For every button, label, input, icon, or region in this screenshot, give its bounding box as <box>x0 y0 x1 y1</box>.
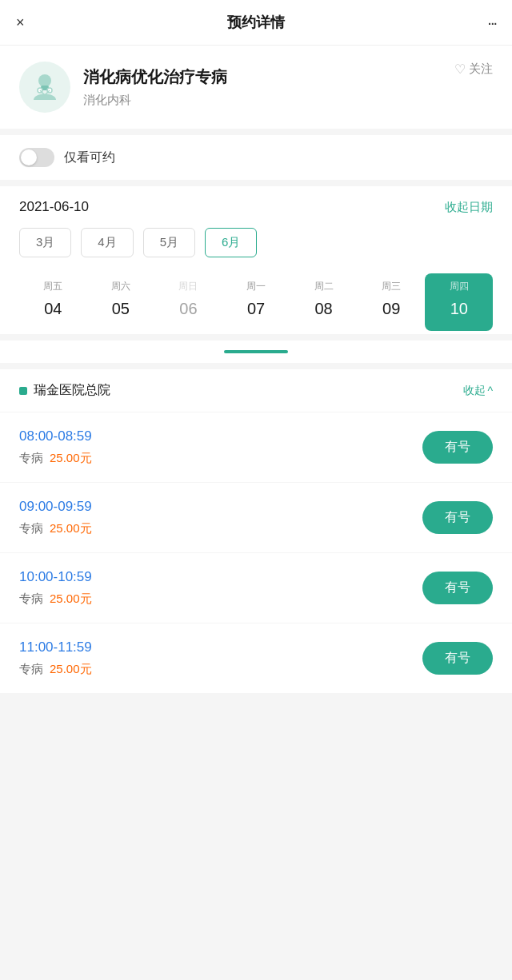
hospital-name: 瑞金医院总院 <box>34 382 110 399</box>
close-icon[interactable]: × <box>16 14 40 31</box>
slot-time-3: 10:00-10:59 <box>19 569 92 585</box>
slot-price-2: 25.00元 <box>50 521 92 536</box>
day-num-mon: 07 <box>247 300 265 318</box>
book-button-1[interactable]: 有号 <box>422 431 493 464</box>
day-col-sun[interactable]: 周日 06 <box>154 273 222 331</box>
collapse-date-button[interactable]: 收起日期 <box>445 200 493 215</box>
header: × 预约详情 ··· <box>0 0 512 46</box>
day-name-wed: 周三 <box>382 280 401 293</box>
current-date: 2021-06-10 <box>19 199 89 215</box>
slot-info-4: 11:00-11:59 专病 25.00元 <box>19 639 92 677</box>
day-num-thu: 10 <box>450 300 468 318</box>
time-slot-4: 11:00-11:59 专病 25.00元 有号 <box>0 623 512 694</box>
book-button-4[interactable]: 有号 <box>422 642 493 675</box>
slot-info-2: 09:00-09:59 专病 25.00元 <box>19 499 92 536</box>
slot-price-1: 25.00元 <box>50 451 92 466</box>
day-num-fri: 04 <box>44 300 62 318</box>
slot-type-1: 专病 <box>19 451 43 466</box>
week-days: 周五 04 周六 05 周日 06 周一 07 周二 08 周三 09 周四 1… <box>19 273 493 334</box>
toggle-label: 仅看可约 <box>64 149 115 166</box>
hospital-header: 瑞金医院总院 收起 ^ <box>0 369 512 412</box>
slot-price-4: 25.00元 <box>50 662 92 677</box>
day-name-mon: 周一 <box>246 280 266 293</box>
slot-time-4: 11:00-11:59 <box>19 639 92 655</box>
doctor-department: 消化内科 <box>83 93 454 108</box>
day-num-sun: 06 <box>179 300 197 318</box>
doctor-info: 消化病优化治疗专病 消化内科 <box>83 66 454 108</box>
slot-price-3: 25.00元 <box>50 592 92 607</box>
month-tab-april[interactable]: 4月 <box>81 228 133 257</box>
slot-time-1: 08:00-08:59 <box>19 428 92 444</box>
hospital-dot <box>19 387 27 395</box>
slot-type-3: 专病 <box>19 592 43 607</box>
date-header: 2021-06-10 收起日期 <box>19 199 493 215</box>
day-name-tue: 周二 <box>314 280 334 293</box>
slot-info-3: 10:00-10:59 专病 25.00元 <box>19 569 92 607</box>
month-tab-june[interactable]: 6月 <box>205 228 257 257</box>
day-col-wed[interactable]: 周三 09 <box>358 273 426 331</box>
hospital-name-row: 瑞金医院总院 <box>19 382 110 399</box>
more-icon[interactable]: ··· <box>472 14 496 32</box>
collapse-hospital-button[interactable]: 收起 ^ <box>463 384 493 398</box>
slot-time-2: 09:00-09:59 <box>19 499 92 515</box>
book-button-2[interactable]: 有号 <box>422 501 493 534</box>
day-num-tue: 08 <box>314 300 332 318</box>
doctor-card: 消化病优化治疗专病 消化内科 ♡ 关注 <box>0 46 512 129</box>
slot-price-row-4: 专病 25.00元 <box>19 662 92 677</box>
filter-section: 仅看可约 <box>0 135 512 180</box>
follow-button[interactable]: ♡ 关注 <box>454 62 493 77</box>
heart-icon: ♡ <box>454 62 466 77</box>
book-button-3[interactable]: 有号 <box>422 572 493 604</box>
slot-type-2: 专病 <box>19 521 43 536</box>
slot-price-row-3: 专病 25.00元 <box>19 592 92 607</box>
day-col-mon[interactable]: 周一 07 <box>222 273 290 331</box>
available-only-toggle[interactable] <box>19 148 54 167</box>
time-slot-3: 10:00-10:59 专病 25.00元 有号 <box>0 553 512 623</box>
time-slot-1: 08:00-08:59 专病 25.00元 有号 <box>0 412 512 483</box>
day-num-sat: 05 <box>112 300 130 318</box>
svg-point-0 <box>38 74 51 87</box>
day-name-sun: 周日 <box>178 280 198 293</box>
scroll-indicator <box>0 341 512 363</box>
toggle-knob <box>21 149 37 165</box>
slot-info-1: 08:00-08:59 专病 25.00元 <box>19 428 92 466</box>
slot-price-row-1: 专病 25.00元 <box>19 451 92 466</box>
doctor-name: 消化病优化治疗专病 <box>83 66 454 88</box>
scroll-bar <box>224 350 288 353</box>
month-tabs: 3月 4月 5月 6月 <box>19 228 493 257</box>
day-col-fri[interactable]: 周五 04 <box>19 273 87 331</box>
day-num-wed: 09 <box>382 300 400 318</box>
day-col-sat[interactable]: 周六 05 <box>87 273 155 331</box>
day-name-fri: 周五 <box>43 280 62 293</box>
day-col-thu[interactable]: 周四 10 <box>425 273 493 331</box>
date-section: 2021-06-10 收起日期 3月 4月 5月 6月 周五 04 周六 05 … <box>0 186 512 334</box>
follow-label: 关注 <box>469 62 493 77</box>
page-title: 预约详情 <box>40 13 472 32</box>
month-tab-may[interactable]: 5月 <box>143 228 195 257</box>
day-col-tue[interactable]: 周二 08 <box>290 273 358 331</box>
month-tab-march[interactable]: 3月 <box>19 228 71 257</box>
day-name-thu: 周四 <box>450 280 469 293</box>
time-slot-2: 09:00-09:59 专病 25.00元 有号 <box>0 483 512 553</box>
slot-price-row-2: 专病 25.00元 <box>19 521 92 536</box>
slot-type-4: 专病 <box>19 662 43 677</box>
avatar <box>19 62 70 113</box>
hospital-section: 瑞金医院总院 收起 ^ 08:00-08:59 专病 25.00元 有号 09:… <box>0 369 512 694</box>
day-name-sat: 周六 <box>111 280 130 293</box>
